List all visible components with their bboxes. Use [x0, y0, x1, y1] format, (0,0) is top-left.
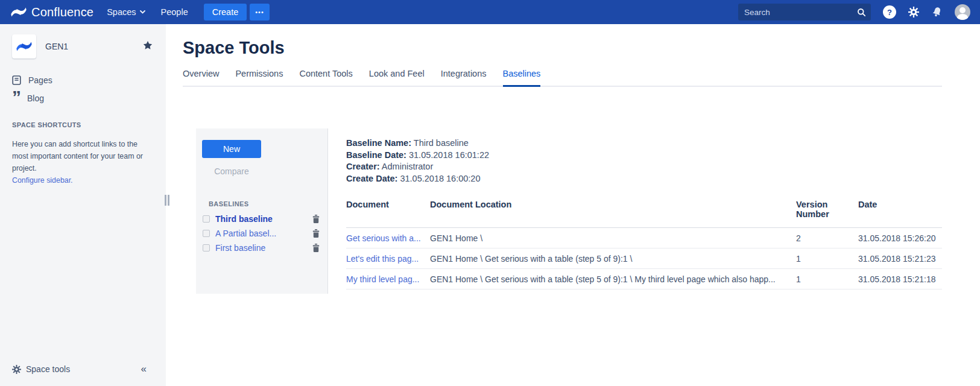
new-baseline-button[interactable]: New [202, 140, 261, 158]
search-input[interactable] [744, 8, 857, 17]
documents-table-header: Document Document Location Version Numbe… [346, 198, 942, 228]
confluence-logo-icon [11, 5, 27, 19]
help-icon[interactable]: ? [883, 5, 896, 19]
document-location: GEN1 Home \ Get serious with a table (st… [430, 269, 796, 290]
document-link[interactable]: Let's edit this pag... [346, 254, 419, 264]
version-number: 1 [796, 248, 858, 269]
baseline-checkbox[interactable] [203, 230, 210, 237]
meta-label: Creater: [346, 162, 380, 171]
meta-value: 31.05.2018 16:00:20 [400, 174, 480, 183]
notifications-bell-icon[interactable] [931, 7, 943, 18]
space-tools-label[interactable]: Space tools [26, 364, 70, 374]
meta-label: Baseline Name: [346, 138, 411, 148]
create-date-row: Create Date: 31.05.2018 16:00:20 [346, 173, 942, 185]
table-row: Get serious with a... GEN1 Home \ 2 31.0… [346, 228, 942, 248]
baseline-link[interactable]: First baseline [215, 243, 312, 253]
baseline-link[interactable]: Third baseline [215, 214, 312, 224]
col-version-number: Version Number [796, 198, 858, 228]
delete-baseline-button[interactable] [312, 244, 320, 252]
top-navigation-bar: Confluence Spaces People Create ••• ? [0, 0, 980, 24]
baseline-list-item: First baseline [196, 241, 327, 255]
main-content: Space Tools Overview Permissions Content… [166, 24, 980, 386]
version-number: 1 [796, 269, 858, 290]
configure-sidebar-link[interactable]: Configure sidebar. [12, 176, 73, 185]
trash-icon [312, 215, 320, 223]
page-title: Space Tools [183, 38, 942, 58]
collapse-sidebar-icon[interactable]: « [141, 363, 147, 375]
nav-people-label: People [161, 7, 188, 17]
sidebar-item-label: Blog [27, 93, 44, 103]
space-sidebar: GEN1 Pages ” Blog [0, 24, 166, 386]
baselines-panel: New Compare BASELINES Third baseline [196, 128, 328, 294]
col-date: Date [858, 198, 942, 228]
space-tools-tabs: Overview Permissions Content Tools Look … [183, 69, 942, 87]
document-location: GEN1 Home \ [430, 228, 796, 248]
meta-value: Third baseline [414, 138, 469, 148]
baseline-date-row: Baseline Date: 31.05.2018 16:01:22 [346, 150, 942, 162]
meta-value: Administrator [382, 162, 433, 171]
document-date: 31.05.2018 15:26:20 [858, 228, 942, 248]
user-avatar[interactable] [955, 4, 970, 20]
blog-quotes-icon: ” [12, 94, 20, 103]
baseline-name-row: Baseline Name: Third baseline [346, 138, 942, 150]
favorite-star-icon[interactable] [143, 40, 153, 52]
meta-value: 31.05.2018 16:01:22 [409, 150, 489, 160]
tab-integrations[interactable]: Integrations [441, 69, 487, 87]
col-document: Document [346, 198, 430, 228]
confluence-brand[interactable]: Confluence [11, 5, 93, 19]
baseline-details: Baseline Name: Third baseline Baseline D… [328, 128, 942, 294]
baseline-list-item: Third baseline [196, 212, 327, 226]
sidebar-item-label: Pages [28, 75, 52, 85]
table-row: My third level pag... GEN1 Home \ Get se… [346, 269, 942, 290]
baseline-link[interactable]: A Partial basel... [215, 229, 312, 238]
baselines-list-heading: BASELINES [209, 200, 327, 207]
creater-row: Creater: Administrator [346, 161, 942, 173]
nav-spaces[interactable]: Spaces [107, 7, 145, 17]
meta-label: Create Date: [346, 174, 397, 183]
delete-baseline-button[interactable] [312, 229, 320, 238]
document-date: 31.05.2018 15:21:18 [858, 269, 942, 290]
sidebar-footer: Space tools « [12, 363, 157, 375]
search-box[interactable] [738, 4, 871, 21]
space-header: GEN1 [12, 34, 157, 59]
sidebar-item-blog[interactable]: ” Blog [12, 93, 157, 103]
avatar-body [957, 14, 968, 20]
tab-look-and-feel[interactable]: Look and Feel [369, 69, 425, 87]
tab-content-tools[interactable]: Content Tools [299, 69, 352, 87]
delete-baseline-button[interactable] [312, 215, 320, 223]
table-row: Let's edit this pag... GEN1 Home \ Get s… [346, 248, 942, 269]
documents-table: Document Document Location Version Numbe… [346, 198, 942, 290]
document-link[interactable]: Get serious with a... [346, 233, 421, 243]
meta-label: Baseline Date: [346, 150, 406, 160]
compare-button[interactable]: Compare [202, 164, 261, 179]
document-link[interactable]: My third level pag... [346, 274, 419, 284]
tab-overview[interactable]: Overview [183, 69, 219, 87]
brand-name: Confluence [31, 5, 93, 19]
tab-baselines[interactable]: Baselines [503, 69, 541, 87]
document-location: GEN1 Home \ Get serious with a table (st… [430, 248, 796, 269]
version-number: 2 [796, 228, 858, 248]
document-date: 31.05.2018 15:21:23 [858, 248, 942, 269]
baseline-checkbox[interactable] [203, 244, 210, 252]
nav-people[interactable]: People [161, 7, 188, 17]
sidebar-item-pages[interactable]: Pages [12, 75, 157, 85]
trash-icon [312, 244, 320, 252]
chevron-down-icon [140, 10, 145, 14]
create-button[interactable]: Create [204, 4, 247, 21]
sidebar-resize-handle[interactable] [165, 195, 169, 206]
space-shortcuts-heading: SPACE SHORTCUTS [12, 121, 157, 128]
more-actions-button[interactable]: ••• [250, 4, 270, 21]
space-logo-icon[interactable] [12, 34, 36, 59]
trash-icon [312, 229, 320, 238]
settings-gear-icon[interactable] [908, 7, 919, 17]
col-document-location: Document Location [430, 198, 796, 228]
sidebar-nav: Pages ” Blog [12, 75, 157, 103]
tab-permissions[interactable]: Permissions [235, 69, 283, 87]
search-icon [857, 8, 866, 17]
baseline-checkbox[interactable] [203, 215, 210, 223]
top-nav: Spaces People [107, 7, 188, 17]
space-name: GEN1 [45, 42, 68, 51]
space-tools-gear-icon [12, 365, 21, 374]
baselines-list: Third baseline A Partial basel... [196, 212, 327, 255]
avatar-head [959, 7, 966, 13]
